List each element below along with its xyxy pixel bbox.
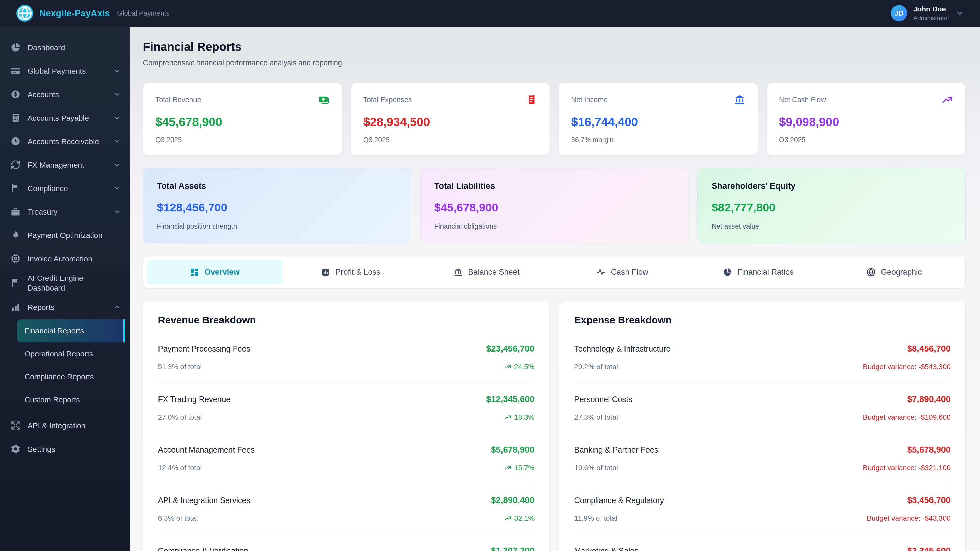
breakdown-row-top: Account Management Fees$5,678,900	[158, 445, 535, 454]
sidebar-item-compliance[interactable]: Compliance	[0, 176, 130, 200]
bar-chart-2-icon	[321, 267, 331, 277]
sidebar-item-label: Payment Optimization	[27, 230, 121, 240]
sidebar-item-fx-management[interactable]: FX Management	[0, 153, 130, 176]
breakdown-item-value: $2,890,400	[491, 495, 535, 505]
refresh-icon	[10, 159, 21, 170]
growth-trend: 15.7%	[504, 464, 535, 472]
tab-label: Financial Ratios	[737, 268, 794, 277]
brand-tagline: Global Payments	[117, 10, 170, 17]
tab-financial-ratios[interactable]: Financial Ratios	[690, 260, 826, 284]
summary-card-blue: Total Assets$128,456,700Financial positi…	[143, 168, 411, 243]
sidebar-item-label: Accounts Payable	[27, 113, 107, 123]
sidebar-item-dashboard[interactable]: Dashboard	[0, 36, 130, 59]
tab-label: Profit & Loss	[336, 268, 380, 277]
sidebar-subitem-compliance-reports[interactable]: Compliance Reports	[17, 365, 125, 388]
sidebar-item-accounts[interactable]: Accounts	[0, 83, 130, 106]
tab-cash-flow[interactable]: Cash Flow	[554, 260, 690, 284]
breakdown-item-value: $3,456,700	[907, 495, 951, 505]
user-name: John Doe	[913, 5, 950, 13]
sidebar-item-label: Accounts	[27, 89, 107, 100]
breakdown-row-sub: 27.3% of totalBudget variance: -$109,600	[574, 413, 951, 421]
trending-up-icon	[504, 464, 512, 472]
breakdown-panels: Revenue Breakdown Payment Processing Fee…	[143, 301, 966, 551]
sidebar-item-label: Invoice Automation	[27, 254, 121, 264]
cpu-icon	[10, 253, 21, 264]
kpi-card: Total Expenses$28,934,500Q3 2025	[351, 83, 550, 156]
sidebar-item-label: Reports	[27, 302, 107, 312]
sidebar-subitem-custom-reports[interactable]: Custom Reports	[17, 388, 125, 411]
flame-icon	[10, 230, 21, 241]
growth-trend-value: 24.5%	[514, 363, 535, 371]
revenue-row: FX Trading Revenue$12,345,60027.0% of to…	[158, 382, 535, 433]
chevron-down-icon	[956, 9, 964, 17]
sidebar-subitem-operational-reports[interactable]: Operational Reports	[17, 342, 125, 365]
kpi-card: Net Income$16,744,40036.7% margin	[558, 83, 758, 156]
breakdown-row-sub: 12.4% of total15.7%	[158, 464, 535, 472]
growth-trend: 32.1%	[504, 514, 535, 522]
revenue-row: API & Integration Services$2,890,4006.3%…	[158, 483, 535, 534]
sidebar-item-settings[interactable]: Settings	[0, 437, 130, 461]
sidebar-item-label: Compliance	[27, 183, 107, 193]
sidebar-item-invoice-automation[interactable]: Invoice Automation	[0, 247, 130, 270]
breakdown-item-value: $8,456,700	[907, 344, 951, 354]
gear-icon	[10, 444, 21, 454]
chevron-down-icon	[113, 161, 121, 168]
globe-icon	[866, 267, 876, 277]
tab-overview[interactable]: Overview	[147, 260, 283, 284]
avatar: JD	[891, 5, 907, 21]
share-of-total: 19.6% of total	[574, 464, 618, 472]
summary-title: Shareholders' Equity	[711, 181, 952, 191]
growth-trend: 24.5%	[504, 363, 535, 371]
expense-breakdown-panel: Expense Breakdown Technology & Infrastru…	[559, 301, 966, 551]
chevron-down-icon	[113, 91, 121, 98]
sidebar-item-treasury[interactable]: Treasury	[0, 200, 130, 224]
share-of-total: 11.9% of total	[574, 514, 617, 522]
kpi-label: Total Expenses	[363, 96, 412, 104]
sidebar-item-accounts-payable[interactable]: Accounts Payable	[0, 106, 130, 130]
sidebar-item-api-integration[interactable]: API & Integration	[0, 414, 130, 437]
breakdown-row-top: Marketing & Sales$2,345,600	[574, 546, 951, 551]
growth-trend-value: 18.3%	[514, 413, 535, 421]
sidebar-item-payment-optimization[interactable]: Payment Optimization	[0, 224, 130, 247]
budget-variance: Budget variance: -$543,300	[863, 363, 951, 371]
sidebar-item-reports[interactable]: Reports	[0, 295, 130, 319]
banknote-icon	[318, 94, 330, 106]
sidebar-item-ai-credit-engine-dashboard[interactable]: AI Credit Engine Dashboard	[0, 270, 130, 295]
kpi-label: Net Cash Flow	[779, 96, 826, 104]
activity-icon	[596, 267, 606, 277]
breakdown-row-top: FX Trading Revenue$12,345,600	[158, 394, 535, 404]
revenue-breakdown-panel: Revenue Breakdown Payment Processing Fee…	[143, 301, 549, 551]
user-role: Administrator	[913, 14, 950, 22]
sidebar: DashboardGlobal PaymentsAccountsAccounts…	[0, 27, 130, 551]
breakdown-row-top: Compliance & Verification$1,307,300	[158, 546, 535, 551]
breakdown-item-name: API & Integration Services	[158, 496, 250, 505]
kpi-value: $9,098,900	[779, 115, 953, 129]
growth-trend-value: 15.7%	[514, 464, 535, 472]
tab-balance-sheet[interactable]: Balance Sheet	[418, 260, 554, 284]
summary-card-green: Shareholders' Equity$82,777,800Net asset…	[697, 168, 966, 243]
sidebar-item-accounts-receivable[interactable]: Accounts Receivable	[0, 130, 130, 153]
breakdown-item-value: $1,307,300	[491, 546, 535, 551]
tab-profit-loss[interactable]: Profit & Loss	[283, 260, 418, 284]
summary-subtitle: Net asset value	[711, 222, 952, 230]
globe-logo-icon	[16, 5, 33, 22]
sidebar-subitem-financial-reports[interactable]: Financial Reports	[17, 319, 125, 342]
report-tabs: OverviewProfit & LossBalance SheetCash F…	[143, 256, 966, 288]
kpi-period: Q3 2025	[156, 136, 330, 144]
kpi-period: Q3 2025	[363, 136, 538, 144]
user-menu[interactable]: JD John Doe Administrator	[891, 5, 964, 22]
landmark-icon	[734, 94, 746, 106]
brand-name: Nexgile-PayAxis	[39, 8, 110, 18]
share-of-total: 29.2% of total	[574, 363, 618, 371]
breakdown-item-name: Payment Processing Fees	[158, 345, 250, 354]
tab-geographic[interactable]: Geographic	[826, 260, 962, 284]
breakdown-row-sub: 19.6% of totalBudget variance: -$321,100	[574, 464, 951, 472]
summary-subtitle: Financial position strength	[157, 222, 397, 230]
sidebar-item-global-payments[interactable]: Global Payments	[0, 59, 130, 83]
breakdown-row-top: Personnel Costs$7,890,400	[574, 394, 951, 404]
kpi-card-header: Net Income	[571, 94, 746, 106]
page-title: Financial Reports	[143, 40, 966, 54]
expense-row: Compliance & Regulatory$3,456,70011.9% o…	[574, 483, 951, 534]
sidebar-item-label: Settings	[27, 444, 121, 454]
trending-up-icon	[504, 514, 512, 522]
